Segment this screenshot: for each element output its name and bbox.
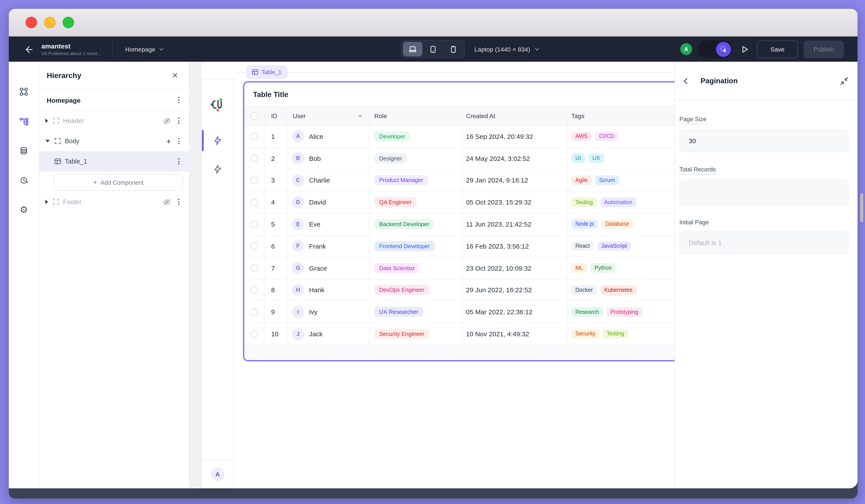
column-header-user[interactable]: User [293, 113, 306, 119]
close-icon[interactable]: ✕ [170, 70, 180, 81]
actions-icon-active[interactable] [210, 133, 226, 149]
version-status: V5 Published about 1 mont... [42, 51, 101, 56]
caret-right-icon[interactable] [45, 200, 48, 204]
initial-page-input[interactable] [679, 231, 849, 254]
row-checkbox[interactable] [251, 199, 258, 206]
table-row[interactable]: 10JJackSecurity Engineer10 Nov 2021, 4:4… [244, 323, 674, 345]
device-size-selector[interactable]: Laptop (1440 × 834) [474, 46, 539, 53]
tree-node-table[interactable]: Table_1 [39, 151, 189, 172]
table-row[interactable]: 3CCharlieProduct Manager29 Jan 2024, 9:1… [244, 169, 674, 191]
scrollbar-thumb[interactable] [860, 193, 863, 222]
row-checkbox[interactable] [251, 286, 258, 294]
user-avatar[interactable]: A [680, 43, 692, 55]
user-avatar-chip: I [292, 306, 304, 318]
zoom-window-button[interactable] [62, 17, 74, 28]
table-widget[interactable]: Table Title ID User Role [243, 82, 674, 361]
minimize-window-button[interactable] [44, 17, 56, 28]
device-phone-button[interactable] [443, 42, 463, 56]
table-row[interactable]: 8HHankDevOps Engineer29 Jun 2022, 16:22:… [244, 279, 674, 301]
widget-tab[interactable]: Table_1 [246, 65, 287, 79]
caret-right-icon[interactable] [45, 119, 48, 123]
tree-node-label: Table_1 [65, 158, 87, 165]
publish-button[interactable]: Publish [804, 40, 844, 58]
row-checkbox[interactable] [251, 243, 258, 250]
save-button[interactable]: Save [757, 40, 798, 58]
settings-icon[interactable]: ⚙ [15, 201, 33, 219]
total-records-input[interactable] [679, 179, 849, 206]
tag-chip: Research [572, 307, 603, 317]
cell-created-at: 16 Sep 2024, 20:49:32 [462, 126, 568, 147]
caret-down-icon[interactable] [45, 140, 50, 142]
data-icon[interactable] [15, 142, 33, 160]
kebab-menu[interactable] [176, 197, 181, 207]
eye-off-icon[interactable] [163, 117, 171, 125]
components-icon[interactable] [15, 83, 33, 101]
preview-play-button[interactable] [738, 43, 751, 56]
frame-icon [53, 117, 59, 124]
chevron-down-icon [159, 47, 164, 52]
row-checkbox[interactable] [251, 308, 258, 316]
history-icon[interactable] [15, 172, 33, 189]
table-row[interactable]: 6FFrankFrontend Developer16 Feb 2023, 3:… [244, 235, 674, 257]
column-header-tags[interactable]: Tags [568, 107, 674, 125]
hierarchy-icon[interactable] [15, 113, 33, 130]
hierarchy-page-row[interactable]: Homepage [39, 90, 189, 110]
close-window-button[interactable] [25, 17, 37, 28]
table-row[interactable]: 2BBobDesigner24 May 2024, 3:02:52UIUX [244, 148, 674, 170]
role-badge: Frontend Developer [374, 241, 435, 251]
table-row[interactable]: 7GGraceData Scientist23 Oct 2022, 10:09:… [244, 257, 674, 279]
back-chevron-icon[interactable] [681, 76, 691, 86]
row-checkbox[interactable] [251, 177, 258, 184]
tree-node-body[interactable]: Body + [39, 131, 189, 151]
canvas-user-avatar[interactable]: A [211, 467, 224, 481]
role-badge: Security Engineer [374, 329, 429, 339]
device-laptop-button[interactable] [403, 42, 422, 56]
tree-node-footer[interactable]: Footer [39, 192, 189, 212]
row-checkbox[interactable] [251, 221, 258, 228]
column-header-role[interactable]: Role [369, 107, 462, 125]
kebab-menu[interactable] [176, 116, 181, 126]
kebab-menu[interactable] [176, 136, 181, 146]
row-checkbox[interactable] [251, 155, 258, 162]
device-frame-line [234, 72, 674, 73]
titlebar [9, 9, 857, 37]
page-selector[interactable]: Homepage [125, 46, 164, 53]
row-checkbox[interactable] [251, 265, 258, 271]
cell-created-at: 11 Jun 2023, 21:42:52 [462, 213, 568, 235]
page-size-input[interactable] [679, 129, 849, 152]
collapse-panel-icon[interactable] [839, 75, 850, 86]
kebab-menu[interactable] [176, 95, 181, 105]
column-header-created-at[interactable]: Created At [462, 107, 568, 125]
actions-icon[interactable] [210, 161, 226, 177]
row-checkbox[interactable] [251, 133, 258, 140]
column-header-id[interactable]: ID [265, 107, 287, 125]
select-all-checkbox[interactable] [251, 113, 258, 119]
kebab-menu[interactable] [176, 156, 181, 166]
active-tool-indicator [202, 130, 204, 151]
back-button[interactable] [22, 43, 35, 56]
add-child-icon[interactable]: + [166, 137, 171, 145]
cell-created-at: 05 Oct 2023, 15:29:32 [462, 191, 568, 213]
tree-node-header[interactable]: Header [39, 110, 189, 131]
table-row[interactable]: 4DDavidQA Engineer05 Oct 2023, 15:29:32T… [244, 191, 674, 213]
role-badge: DevOps Engineer [374, 285, 429, 295]
table-footer-row [244, 347, 674, 361]
table-row[interactable]: 5EEveBackend Developer11 Jun 2023, 21:42… [244, 213, 674, 235]
eye-off-icon[interactable] [163, 198, 171, 206]
table-row[interactable]: 9IIvyUX Researcher05 Mar 2022, 22:36:12R… [244, 301, 674, 323]
pointer-mode-button[interactable] [716, 42, 731, 57]
arrow-left-icon [24, 44, 34, 54]
hierarchy-title: Hierarchy [47, 71, 81, 80]
sort-chevron-icon[interactable] [358, 113, 363, 119]
add-component-button[interactable]: + Add Component [54, 174, 183, 191]
cell-user-name: Frank [309, 243, 326, 250]
tag-chip: UI [572, 154, 585, 163]
cell-user-name: Grace [309, 264, 327, 272]
device-tablet-button[interactable] [423, 42, 443, 56]
tag-chip: Database [602, 220, 633, 229]
role-badge: Data Scientist [374, 263, 419, 273]
workspace: ⚙ Hierarchy ✕ Homepage Header [9, 62, 857, 488]
app-topbar: amantest V5 Published about 1 mont... Ho… [9, 37, 857, 62]
table-row[interactable]: 1AAliceDeveloper16 Sep 2024, 20:49:32AWS… [244, 126, 674, 148]
row-checkbox[interactable] [251, 330, 258, 337]
